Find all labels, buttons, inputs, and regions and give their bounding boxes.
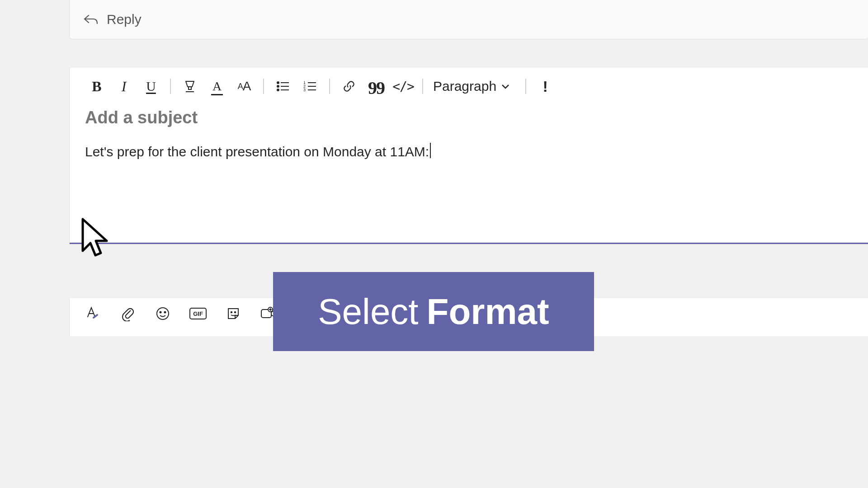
reply-icon bbox=[83, 14, 99, 25]
svg-point-16 bbox=[165, 312, 166, 313]
paragraph-label: Paragraph bbox=[433, 79, 496, 94]
font-size-small: A bbox=[238, 82, 243, 91]
separator bbox=[329, 79, 330, 94]
importance-button[interactable]: ! bbox=[532, 76, 559, 96]
bullet-list-button[interactable] bbox=[269, 76, 297, 96]
italic-button[interactable]: I bbox=[110, 76, 137, 96]
subject-input[interactable]: Add a subject bbox=[70, 101, 868, 130]
sticker-button[interactable] bbox=[224, 305, 242, 323]
highlight-button[interactable] bbox=[176, 76, 203, 96]
font-size-button[interactable]: AA bbox=[231, 76, 258, 96]
reply-bar[interactable]: Reply bbox=[69, 0, 868, 39]
quote-button[interactable]: 99 bbox=[363, 78, 390, 98]
font-color-button[interactable]: A bbox=[203, 76, 231, 96]
svg-point-1 bbox=[277, 82, 279, 84]
callout-word-2: Format bbox=[427, 291, 549, 333]
bold-button[interactable]: B bbox=[83, 76, 110, 96]
body-text: Let's prep for the client presentation o… bbox=[85, 144, 429, 159]
font-color-bar bbox=[211, 94, 223, 95]
paragraph-style-dropdown[interactable]: Paragraph bbox=[429, 79, 514, 94]
svg-point-3 bbox=[277, 85, 279, 87]
callout-word-1: Select bbox=[318, 291, 418, 333]
formatting-toolbar: B I U A AA 1 bbox=[70, 67, 868, 101]
message-body-input[interactable]: Let's prep for the client presentation o… bbox=[70, 130, 868, 243]
font-size-big: A bbox=[243, 79, 251, 94]
reply-label: Reply bbox=[107, 12, 142, 27]
underline-button[interactable]: U bbox=[137, 76, 165, 96]
code-button[interactable]: </> bbox=[390, 76, 417, 96]
svg-point-15 bbox=[160, 312, 161, 313]
numbered-list-button[interactable]: 1 2 3 bbox=[297, 76, 324, 96]
format-button[interactable] bbox=[83, 305, 101, 323]
text-cursor bbox=[430, 143, 431, 158]
svg-point-5 bbox=[277, 89, 279, 91]
svg-text:3: 3 bbox=[303, 88, 306, 92]
gif-button[interactable]: GIF bbox=[189, 305, 207, 323]
compose-box: B I U A AA 1 bbox=[69, 67, 868, 244]
compose-divider bbox=[70, 243, 868, 244]
attach-button[interactable] bbox=[118, 305, 137, 323]
emoji-button[interactable] bbox=[154, 305, 172, 323]
svg-point-14 bbox=[157, 308, 169, 319]
svg-text:GIF: GIF bbox=[193, 310, 203, 317]
separator bbox=[422, 79, 423, 94]
link-button[interactable] bbox=[335, 76, 363, 96]
chevron-down-icon bbox=[501, 81, 510, 92]
svg-point-20 bbox=[235, 312, 236, 313]
separator bbox=[170, 79, 171, 94]
svg-point-19 bbox=[231, 312, 232, 313]
instruction-callout: Select Format bbox=[273, 272, 594, 351]
separator bbox=[525, 79, 526, 94]
separator bbox=[263, 79, 264, 94]
font-color-letter: A bbox=[212, 79, 222, 94]
